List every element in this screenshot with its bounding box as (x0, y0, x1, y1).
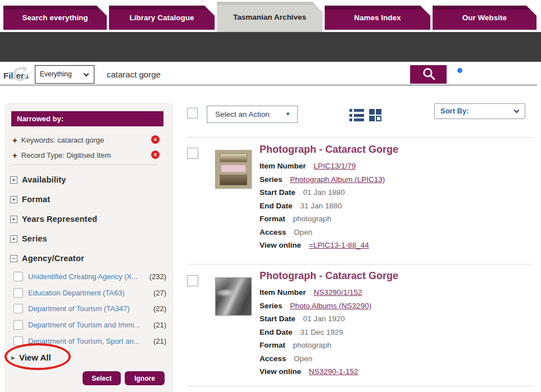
dropdown-arrow-icon: ▼ (285, 106, 290, 122)
field-label: Item Number (260, 288, 306, 297)
expand-icon[interactable]: + (10, 176, 17, 184)
view-all-label: View All (19, 353, 51, 362)
facet-option-checkbox[interactable] (13, 320, 23, 330)
facet-series[interactable]: + Series (10, 234, 47, 244)
facet-agency-creator[interactable]: − Agency/Creator (10, 253, 84, 263)
item-number-link[interactable]: LPIC13/1/79 (313, 162, 356, 170)
search-scope-value: Everything (40, 70, 72, 78)
field-format: Format photograph (260, 212, 385, 226)
facet-option-count: (22) (153, 304, 166, 313)
ignore-button[interactable]: Ignore (125, 371, 165, 385)
search-input[interactable] (100, 65, 408, 84)
facet-label: Format (22, 195, 50, 204)
divider (11, 165, 158, 165)
field-label: End Date (260, 202, 293, 210)
remove-filter-icon[interactable]: × (151, 135, 160, 144)
facet-option-checkbox[interactable] (13, 288, 23, 298)
field-view-online: View online =LPIC13-1-88_44 (260, 239, 385, 252)
radio-new-search[interactable]: New search (456, 75, 531, 84)
list-row (349, 114, 364, 117)
remove-filter-icon[interactable]: × (151, 151, 160, 159)
facet-option-link[interactable]: Unidentified Creating Agency (X... (28, 272, 142, 281)
refresh-icon[interactable] (11, 65, 29, 83)
expand-icon[interactable]: + (10, 235, 17, 243)
view-online-link[interactable]: =LPIC13-1-88_44 (309, 241, 369, 249)
facet-option-row: Department of Tourism, Sport an... (21) (13, 336, 170, 346)
facet-years-represented[interactable]: + Years Represented (10, 214, 97, 224)
field-label: Item Number (260, 162, 306, 170)
result-thumbnail[interactable] (215, 150, 252, 189)
item-number-link[interactable]: NS3290/1/152 (313, 288, 362, 297)
top-tab-bar: Search everything Library Catalogue Tasm… (0, 0, 541, 32)
result-title[interactable]: Photograph - Cataract Gorge (260, 270, 398, 282)
chevron-down-icon (514, 108, 520, 113)
field-value: 31 Jan 1880 (300, 202, 342, 210)
tab-search-everything[interactable]: Search everything (3, 6, 107, 30)
search-mode-radios: Within these results New search (456, 66, 531, 85)
field-label: Format (260, 215, 285, 223)
triangle-right-icon: ▶ (11, 355, 15, 361)
applied-filter-record-type: + Record Type: Digitised Item × (12, 149, 160, 161)
facet-format[interactable]: + Format (10, 194, 50, 204)
facet-option-count: (21) (153, 337, 166, 345)
radio-label: Within these results (467, 66, 531, 74)
select-all-checkbox[interactable] (187, 108, 198, 118)
facet-option-row: Unidentified Creating Agency (X... (232) (13, 271, 170, 281)
facet-option-checkbox[interactable] (13, 336, 23, 346)
collapse-icon[interactable]: − (10, 255, 17, 262)
applied-filter-keywords: + Keywords: cataract gorge × (12, 134, 160, 145)
search-scope-select[interactable]: Everything (35, 65, 94, 84)
radio-within-these-results[interactable]: Within these results (456, 66, 531, 75)
list-row (349, 118, 364, 121)
field-value: 01 Jan 1880 (303, 188, 345, 197)
expand-icon[interactable]: + (10, 196, 17, 203)
result-title[interactable]: Photograph - Cataract Gorge (260, 144, 398, 156)
list-row (349, 109, 364, 112)
facet-option-link[interactable]: Education Department (TA63) (28, 289, 142, 297)
field-format: Format photograph (260, 339, 371, 352)
result-thumbnail[interactable] (215, 277, 252, 316)
sort-by-dropdown[interactable]: Sort By: (434, 103, 525, 119)
radio-unselected-icon (456, 76, 463, 84)
facet-label: Agency/Creator (22, 254, 84, 263)
expand-icon[interactable]: + (10, 216, 17, 223)
result-checkbox[interactable] (187, 148, 198, 159)
facet-option-checkbox[interactable] (13, 304, 23, 313)
applied-filter-label: Keywords: cataract gorge (21, 136, 104, 144)
facet-option-count: (27) (153, 289, 166, 297)
view-all-link[interactable]: ▶ View All (11, 353, 51, 362)
field-label: Format (260, 341, 285, 349)
field-value: 01 Jan 1920 (303, 314, 345, 323)
plus-icon: + (12, 151, 17, 160)
facet-option-checkbox[interactable] (13, 272, 23, 281)
grid-view-icon[interactable] (369, 109, 381, 121)
field-label: View online (260, 241, 301, 249)
action-dropdown[interactable]: Select an Action ▼ (207, 106, 298, 123)
result-fields: Item Number NS3290/1/152 Series Photo Al… (260, 286, 371, 379)
tab-library-catalogue[interactable]: Library Catalogue (109, 6, 215, 30)
select-button[interactable]: Select (83, 371, 121, 385)
series-link[interactable]: Photograph Album (LPIC13) (290, 175, 385, 184)
applied-filter-label: Record Type: Digitised Item (21, 151, 111, 159)
list-view-icon[interactable] (349, 109, 364, 121)
facet-option-link[interactable]: Department of Tourism (TA347) (28, 304, 142, 313)
facet-option-link[interactable]: Department of Tourism and Immi... (28, 321, 142, 329)
facet-option-link[interactable]: Department of Tourism, Sport an... (28, 337, 142, 345)
result-checkbox[interactable] (187, 275, 198, 286)
tab-tasmanian-archives[interactable]: Tasmanian Archives (217, 2, 322, 32)
facet-label: Series (22, 234, 47, 243)
tab-names-index[interactable]: Names Index (325, 6, 430, 30)
search-button[interactable] (410, 65, 447, 84)
divider (0, 85, 537, 85)
divider (187, 264, 533, 265)
field-start-date: Start Date 01 Jan 1880 (260, 186, 385, 199)
search-icon (421, 66, 436, 83)
facet-option-row: Education Department (TA63) (27) (13, 288, 170, 298)
tab-our-website[interactable]: Our Website (433, 6, 537, 30)
facet-availability[interactable]: + Availability (10, 175, 66, 185)
field-value: Open (294, 228, 312, 236)
view-online-link[interactable]: NS3290-1-152 (309, 367, 358, 376)
series-link[interactable]: Photo Albums (NS3290) (290, 302, 371, 310)
field-access: Access Open (260, 226, 385, 239)
field-series: Series Photograph Album (LPIC13) (260, 173, 385, 186)
